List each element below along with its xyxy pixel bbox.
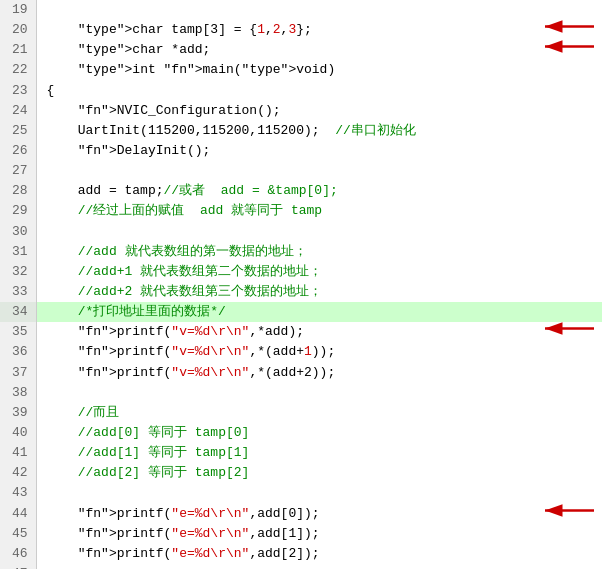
- line-code: //add[0] 等同于 tamp[0]: [36, 423, 602, 443]
- line-code: //add+2 就代表数组第三个数据的地址；: [36, 282, 602, 302]
- line-number: 35: [0, 322, 36, 342]
- line-number: 42: [0, 463, 36, 483]
- table-row: 31 //add 就代表数组的第一数据的地址；: [0, 242, 602, 262]
- line-code: "fn">printf("e=%d\r\n",add[0]);: [36, 504, 602, 524]
- line-code: "type">char *add;: [36, 40, 602, 60]
- line-code: "fn">printf("v=%d\r\n",*(add+1));: [36, 342, 602, 362]
- line-number: 24: [0, 101, 36, 121]
- red-arrow-icon: [538, 320, 598, 345]
- line-code: [36, 161, 602, 181]
- line-code: [36, 0, 602, 20]
- line-code: [36, 383, 602, 403]
- line-number: 36: [0, 342, 36, 362]
- line-number: 45: [0, 524, 36, 544]
- line-number: 27: [0, 161, 36, 181]
- table-row: 24 "fn">NVIC_Configuration();: [0, 101, 602, 121]
- line-number: 33: [0, 282, 36, 302]
- line-code: "type">int "fn">main("type">void): [36, 60, 602, 80]
- line-number: 46: [0, 544, 36, 564]
- line-code: UartInit(115200,115200,115200); //串口初始化: [36, 121, 602, 141]
- table-row: 27: [0, 161, 602, 181]
- red-arrow-icon: [538, 501, 598, 526]
- line-code: //而且: [36, 403, 602, 423]
- line-code: [36, 564, 602, 569]
- line-number: 39: [0, 403, 36, 423]
- line-number: 41: [0, 443, 36, 463]
- table-row: 39 //而且: [0, 403, 602, 423]
- table-row: 42 //add[2] 等同于 tamp[2]: [0, 463, 602, 483]
- line-code: //add+1 就代表数组第二个数据的地址；: [36, 262, 602, 282]
- table-row: 25 UartInit(115200,115200,115200); //串口初…: [0, 121, 602, 141]
- table-row: 23{: [0, 81, 602, 101]
- table-row: 29 //经过上面的赋值 add 就等同于 tamp: [0, 201, 602, 221]
- table-row: 20 "type">char tamp[3] = {1,2,3};: [0, 20, 602, 40]
- line-number: 26: [0, 141, 36, 161]
- table-row: 37 "fn">printf("v=%d\r\n",*(add+2));: [0, 363, 602, 383]
- line-code: "fn">printf("e=%d\r\n",add[2]);: [36, 544, 602, 564]
- line-number: 38: [0, 383, 36, 403]
- table-row: 30: [0, 222, 602, 242]
- line-code: add = tamp;//或者 add = &tamp[0];: [36, 181, 602, 201]
- table-row: 33 //add+2 就代表数组第三个数据的地址；: [0, 282, 602, 302]
- red-arrow-icon: [538, 38, 598, 63]
- table-row: 32 //add+1 就代表数组第二个数据的地址；: [0, 262, 602, 282]
- table-row: 26 "fn">DelayInit();: [0, 141, 602, 161]
- table-row: 45 "fn">printf("e=%d\r\n",add[1]);: [0, 524, 602, 544]
- line-code: //add[2] 等同于 tamp[2]: [36, 463, 602, 483]
- table-row: 40 //add[0] 等同于 tamp[0]: [0, 423, 602, 443]
- table-row: 34 /*打印地址里面的数据*/: [0, 302, 602, 322]
- line-number: 20: [0, 20, 36, 40]
- line-code: "type">char tamp[3] = {1,2,3};: [36, 20, 602, 40]
- table-row: 36 "fn">printf("v=%d\r\n",*(add+1));: [0, 342, 602, 362]
- table-row: 22 "type">int "fn">main("type">void): [0, 60, 602, 80]
- table-row: 44 "fn">printf("e=%d\r\n",add[0]);: [0, 504, 602, 524]
- line-code: "fn">NVIC_Configuration();: [36, 101, 602, 121]
- line-number: 31: [0, 242, 36, 262]
- line-code: /*打印地址里面的数据*/: [36, 302, 602, 322]
- line-code: "fn">DelayInit();: [36, 141, 602, 161]
- line-code: [36, 222, 602, 242]
- line-number: 21: [0, 40, 36, 60]
- line-code: //add 就代表数组的第一数据的地址；: [36, 242, 602, 262]
- line-number: 44: [0, 504, 36, 524]
- line-number: 29: [0, 201, 36, 221]
- table-row: 28 add = tamp;//或者 add = &tamp[0];: [0, 181, 602, 201]
- line-number: 47: [0, 564, 36, 569]
- line-code: "fn">printf("e=%d\r\n",add[1]);: [36, 524, 602, 544]
- table-row: 38: [0, 383, 602, 403]
- line-code: [36, 483, 602, 503]
- code-table: 1920 "type">char tamp[3] = {1,2,3}; 21 "…: [0, 0, 602, 569]
- line-code: {: [36, 81, 602, 101]
- table-row: 21 "type">char *add;: [0, 40, 602, 60]
- line-code: //经过上面的赋值 add 就等同于 tamp: [36, 201, 602, 221]
- line-code: "fn">printf("v=%d\r\n",*(add+2));: [36, 363, 602, 383]
- table-row: 35 "fn">printf("v=%d\r\n",*add);: [0, 322, 602, 342]
- line-number: 23: [0, 81, 36, 101]
- table-row: 46 "fn">printf("e=%d\r\n",add[2]);: [0, 544, 602, 564]
- table-row: 43: [0, 483, 602, 503]
- line-code: //add[1] 等同于 tamp[1]: [36, 443, 602, 463]
- line-number: 28: [0, 181, 36, 201]
- table-row: 47: [0, 564, 602, 569]
- line-code: "fn">printf("v=%d\r\n",*add);: [36, 322, 602, 342]
- code-container: 1920 "type">char tamp[3] = {1,2,3}; 21 "…: [0, 0, 602, 569]
- line-number: 37: [0, 363, 36, 383]
- table-row: 41 //add[1] 等同于 tamp[1]: [0, 443, 602, 463]
- table-row: 19: [0, 0, 602, 20]
- line-number: 43: [0, 483, 36, 503]
- line-number: 25: [0, 121, 36, 141]
- line-number: 40: [0, 423, 36, 443]
- line-number: 34: [0, 302, 36, 322]
- line-number: 19: [0, 0, 36, 20]
- line-number: 22: [0, 60, 36, 80]
- line-number: 32: [0, 262, 36, 282]
- line-number: 30: [0, 222, 36, 242]
